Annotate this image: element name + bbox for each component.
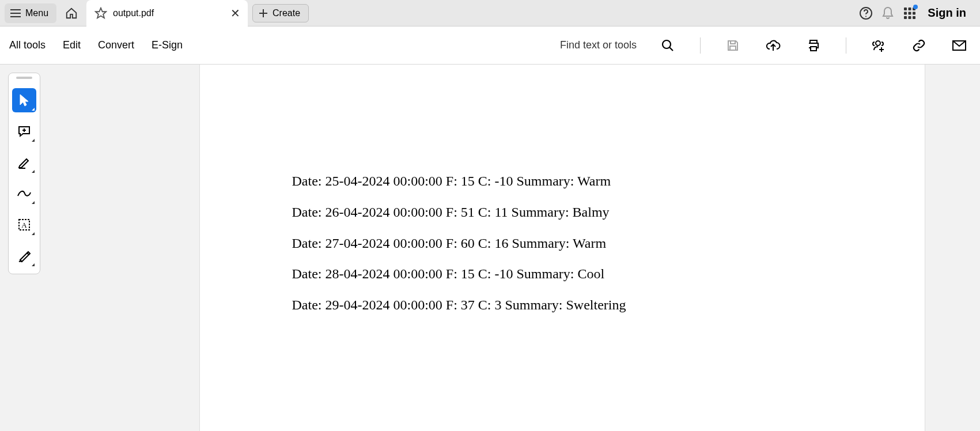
- comment-tool[interactable]: [12, 119, 36, 143]
- create-label: Create: [273, 8, 300, 18]
- text-select-tool[interactable]: A: [12, 213, 36, 237]
- comment-icon: [17, 125, 31, 138]
- home-icon: [65, 7, 78, 20]
- app-header: Menu output.pdf ✕ Create: [0, 0, 980, 27]
- divider: [700, 37, 701, 54]
- select-tool[interactable]: [12, 88, 36, 112]
- document-line: Date: 27-04-2024 00:00:00 F: 60 C: 16 Su…: [292, 228, 925, 259]
- email-button[interactable]: [948, 34, 971, 57]
- sign-in-button[interactable]: Sign in: [928, 6, 966, 20]
- share-people-button[interactable]: [867, 34, 890, 57]
- link-button[interactable]: [907, 34, 930, 57]
- document-line: Date: 25-04-2024 00:00:00 F: 15 C: -10 S…: [292, 166, 925, 197]
- print-icon: [806, 39, 821, 52]
- document-line: Date: 26-04-2024 00:00:00 F: 51 C: 11 Su…: [292, 197, 925, 228]
- notification-dot: [913, 5, 918, 9]
- tab-title: output.pdf: [113, 8, 222, 18]
- svg-line-18: [670, 47, 673, 51]
- svg-marker-3: [96, 7, 106, 17]
- rail-drag-handle[interactable]: [16, 77, 32, 79]
- submenu-indicator-icon: [32, 201, 35, 204]
- svg-rect-19: [730, 46, 736, 50]
- highlight-tool[interactable]: [12, 150, 36, 175]
- cursor-icon: [18, 93, 30, 107]
- cloud-upload-icon: [766, 39, 781, 52]
- submenu-indicator-icon: [32, 170, 35, 173]
- menu-button[interactable]: Menu: [5, 3, 56, 23]
- sign-tool[interactable]: [12, 244, 36, 268]
- save-button[interactable]: [721, 34, 744, 57]
- help-icon: [859, 6, 873, 20]
- esign-link[interactable]: E-Sign: [152, 39, 183, 51]
- svg-rect-11: [904, 12, 907, 14]
- main-area: A Date: 25-04-2024 00:00:00 F: 15 C: -10…: [0, 65, 980, 431]
- submenu-indicator-icon: [32, 139, 35, 142]
- svg-point-17: [663, 40, 671, 48]
- star-icon[interactable]: [94, 7, 107, 20]
- home-button[interactable]: [60, 2, 83, 25]
- print-button[interactable]: [802, 34, 825, 57]
- create-button[interactable]: Create: [252, 4, 309, 22]
- tool-rail: A: [8, 73, 40, 274]
- help-button[interactable]: [855, 2, 877, 24]
- document-viewport[interactable]: Date: 25-04-2024 00:00:00 F: 15 C: -10 S…: [40, 65, 980, 431]
- svg-point-7: [865, 16, 867, 17]
- svg-rect-8: [904, 7, 907, 10]
- svg-text:A: A: [21, 221, 27, 229]
- bell-icon: [881, 6, 895, 20]
- divider: [846, 37, 846, 54]
- svg-rect-16: [913, 16, 915, 19]
- svg-rect-21: [811, 47, 816, 51]
- document-line: Date: 28-04-2024 00:00:00 F: 15 C: -10 S…: [292, 259, 925, 290]
- draw-tool[interactable]: [12, 182, 36, 206]
- svg-point-22: [876, 41, 880, 46]
- draw-freehand-icon: [17, 188, 32, 199]
- search-icon: [661, 39, 675, 52]
- sub-toolbar: All tools Edit Convert E-Sign Find text …: [0, 27, 980, 65]
- svg-rect-9: [909, 7, 911, 10]
- close-tab-button[interactable]: ✕: [228, 6, 242, 20]
- convert-link[interactable]: Convert: [98, 39, 134, 51]
- mail-icon: [952, 40, 967, 51]
- submenu-indicator-icon: [32, 263, 35, 266]
- find-label: Find text or tools: [560, 39, 637, 51]
- edit-link[interactable]: Edit: [63, 39, 81, 51]
- highlighter-icon: [17, 156, 31, 169]
- text-box-icon: A: [17, 218, 31, 232]
- submenu-indicator-icon: [32, 232, 35, 235]
- svg-rect-13: [913, 12, 915, 14]
- close-icon: ✕: [230, 6, 240, 20]
- share-people-icon: [871, 38, 886, 53]
- all-tools-link[interactable]: All tools: [9, 39, 46, 51]
- hamburger-icon: [10, 9, 21, 17]
- save-icon: [726, 39, 740, 52]
- svg-rect-14: [904, 16, 907, 19]
- svg-rect-15: [909, 16, 911, 19]
- menu-label: Menu: [25, 8, 48, 18]
- pen-sign-icon: [17, 249, 31, 263]
- document-tab[interactable]: output.pdf ✕: [86, 0, 248, 27]
- apps-button[interactable]: [899, 2, 921, 24]
- plus-icon: [259, 9, 268, 18]
- svg-rect-12: [909, 12, 911, 14]
- link-icon: [912, 39, 926, 52]
- notifications-button[interactable]: [877, 2, 899, 24]
- submenu-indicator-icon: [32, 108, 35, 111]
- upload-cloud-button[interactable]: [762, 34, 785, 57]
- document-line: Date: 29-04-2024 00:00:00 F: 37 C: 3 Sum…: [292, 290, 925, 321]
- search-button[interactable]: [656, 34, 679, 57]
- pdf-page: Date: 25-04-2024 00:00:00 F: 15 C: -10 S…: [199, 65, 925, 431]
